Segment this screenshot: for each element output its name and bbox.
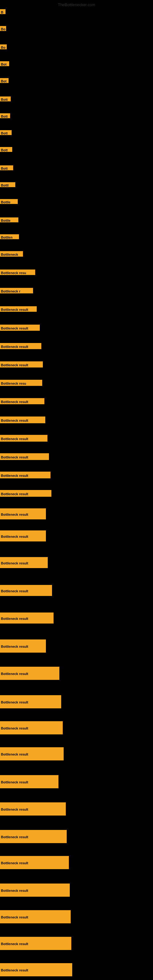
bottleneck-item: Bottle (0, 218, 18, 222)
bottleneck-item: Bottleneck result (0, 530, 46, 541)
bottleneck-item: Bottleneck result (0, 640, 46, 652)
bottleneck-item: Bottleneck result (0, 557, 48, 568)
bottleneck-item: Bottleneck r (0, 288, 33, 293)
bottleneck-item: Bottleneck result (0, 325, 40, 331)
bottleneck-item: Bottleneck result (0, 802, 66, 816)
bottleneck-item: Bottleneck (0, 251, 23, 257)
bottleneck-item: Bott (0, 147, 12, 152)
bottleneck-item: Bottleneck result (0, 937, 71, 950)
bottleneck-item: Bottleneck result (0, 417, 45, 423)
bottleneck-item: Bottleneck result (0, 830, 67, 843)
bottleneck-item: Bottleneck result (0, 883, 70, 897)
bottleneck-item: Bottleneck result (0, 775, 59, 788)
bottleneck-item: Bot (0, 78, 9, 83)
bottleneck-item: Bott (0, 130, 12, 135)
bottleneck-item: Bottleneck result (0, 721, 63, 734)
bottleneck-item: Bottlen (0, 234, 19, 239)
bottleneck-item: Bottleneck result (0, 490, 51, 497)
bottleneck-item: Bottleneck result (0, 306, 37, 312)
bottleneck-item: Bot (0, 61, 9, 66)
site-title: TheBottlenecker.com (58, 2, 95, 7)
bottleneck-item: Bottleneck result (0, 508, 46, 519)
bottleneck-item: Bottleneck result (0, 361, 43, 368)
bottleneck-item: Bottleneck result (0, 695, 61, 708)
bottleneck-item: Bottleneck result (0, 453, 49, 460)
bottleneck-item: Bottleneck result (0, 910, 71, 923)
bottleneck-item: Bottleneck result (0, 747, 64, 760)
bottleneck-item: Bott (0, 113, 10, 118)
bottleneck-item: Bottleneck result (0, 585, 52, 596)
bottleneck-item: Bottleneck result (0, 398, 45, 404)
bottleneck-item: Bottleneck result (0, 343, 41, 349)
bottleneck-item: Bott (0, 97, 11, 101)
bottleneck-item: Bott (0, 165, 13, 170)
bottleneck-item: Bottl (0, 182, 15, 187)
bottleneck-item: Bo (0, 26, 6, 31)
bottleneck-item: Bottleneck result (0, 472, 51, 478)
bottleneck-item: B (0, 9, 5, 14)
bottleneck-item: Bottleneck result (0, 856, 69, 869)
bottleneck-item: Bottleneck resu (0, 380, 42, 386)
bottleneck-item: Bottleneck result (0, 963, 72, 976)
bottleneck-item: Bottleneck result (0, 667, 59, 680)
bottleneck-item: Bottleneck result (0, 435, 48, 442)
bottleneck-item: Bottleneck result (0, 612, 54, 624)
bottleneck-item: Bottle (0, 199, 18, 204)
bottleneck-item: Bottleneck resu (0, 269, 35, 275)
bottleneck-item: Bo (0, 45, 7, 49)
